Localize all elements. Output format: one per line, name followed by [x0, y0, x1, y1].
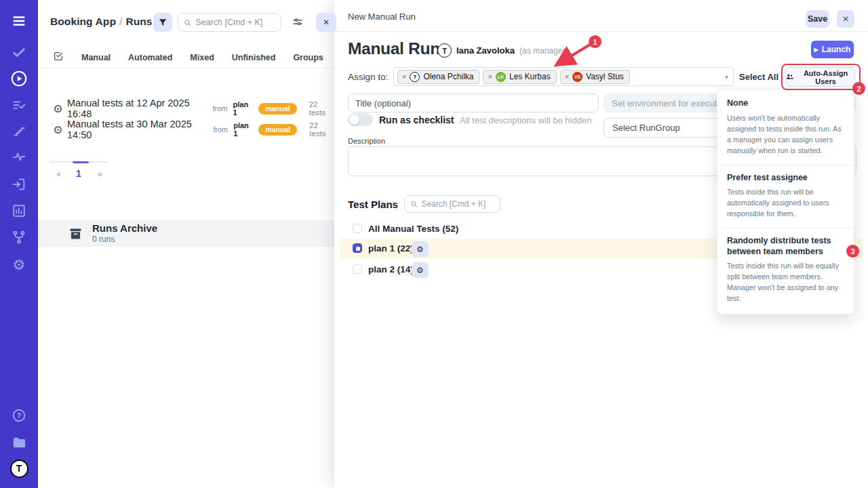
activity-icon[interactable] — [0, 146, 38, 167]
toggle-knob — [349, 115, 359, 125]
archive-box-icon — [68, 226, 83, 241]
owner-name: Iana Zavoloka — [456, 45, 515, 56]
assignees-multiselect[interactable]: × T Olena Pchilka × LK Les Kurbas × VS V… — [393, 67, 734, 86]
checkbox-all-manual-tests[interactable] — [353, 224, 362, 233]
svg-text:?: ? — [17, 411, 22, 420]
select-all-button[interactable]: Select All — [739, 72, 778, 82]
tab-manual[interactable]: Manual — [81, 53, 111, 62]
dropdown-option-randomly-distribute[interactable]: Randomly distribute tests between team m… — [717, 228, 854, 312]
run-status-icon — [54, 126, 62, 134]
select-runs-icon[interactable] — [53, 51, 64, 64]
remove-assignee-icon[interactable]: × — [565, 73, 569, 81]
auto-assign-users-button[interactable]: Auto-Assign Users — [785, 67, 855, 87]
run-status-icon — [54, 105, 62, 113]
branch-icon[interactable] — [0, 227, 38, 247]
close-button[interactable]: ✕ — [837, 10, 854, 28]
run-from-label: from — [213, 104, 228, 113]
sidebar: ⚙ ? T — [0, 0, 38, 488]
pagination-indicator — [73, 161, 89, 163]
remove-assignee-icon[interactable]: × — [402, 73, 406, 81]
chevron-down-icon[interactable]: ▾ — [725, 73, 728, 81]
tab-mixed[interactable]: Mixed — [190, 53, 214, 62]
assignee-chip: × VS Vasyl Stus — [560, 70, 630, 84]
run-owner: T Iana Zavoloka (as manager) — [437, 43, 568, 58]
app-logo[interactable]: T — [0, 458, 38, 479]
plan-2-settings-button[interactable]: ⚙ — [412, 262, 429, 278]
assignee-name: Vasyl Stus — [586, 72, 624, 81]
run-as-checklist-toggle[interactable] — [348, 113, 373, 126]
archive-count: 0 runs — [92, 235, 157, 244]
runs-archive[interactable]: Runs Archive 0 runs — [38, 220, 334, 247]
steps-icon[interactable] — [0, 120, 38, 140]
test-plans-search-input[interactable] — [421, 199, 494, 209]
runs-search-input[interactable] — [195, 18, 275, 27]
projects-folder-icon[interactable] — [0, 432, 38, 452]
breadcrumb-separator: / — [116, 16, 125, 27]
dropdown-option-none[interactable]: None Users won't be automatically assign… — [717, 91, 854, 165]
save-button[interactable]: Save — [806, 10, 829, 28]
filter-button[interactable] — [153, 13, 172, 32]
run-title-input[interactable] — [348, 94, 599, 113]
assignee-chip: × LK Les Kurbas — [483, 70, 556, 84]
import-icon[interactable] — [0, 174, 38, 195]
run-list-item[interactable]: Manual tests at 30 Mar 2025 14:50 from p… — [54, 119, 334, 140]
avatar: T — [410, 72, 420, 82]
tab-groups[interactable]: Groups — [293, 53, 323, 62]
plan-label-all[interactable]: All Manual Tests (52) — [368, 224, 458, 234]
option-description: Tests inside this run will be automatica… — [727, 187, 844, 220]
panel-close-button[interactable]: ✕ — [316, 13, 336, 32]
tab-automated[interactable]: Automated — [128, 53, 172, 62]
archive-title: Runs Archive — [92, 223, 157, 235]
remove-assignee-icon[interactable]: × — [488, 73, 492, 81]
pagination-next[interactable]: » — [98, 169, 102, 179]
page-title: New Manual Run — [348, 12, 416, 22]
checklist-label: Run as checklist — [379, 115, 454, 125]
checkbox-plan-1[interactable] — [353, 243, 362, 253]
option-title: Prefer test assignee — [727, 173, 844, 184]
checkbox-plan-2[interactable] — [353, 264, 362, 274]
settings-gear-icon[interactable]: ⚙ — [0, 254, 38, 274]
run-from-label: from — [213, 125, 228, 134]
plan-label-2[interactable]: plan 2 (14) — [368, 264, 414, 274]
runs-play-icon[interactable] — [0, 68, 38, 89]
run-title: Manual tests at 12 Apr 2025 16:48 — [67, 98, 206, 119]
avatar: VS — [572, 72, 583, 82]
description-label: Description — [348, 137, 385, 145]
run-list-item[interactable]: Manual tests at 12 Apr 2025 16:48 from p… — [54, 98, 334, 119]
breadcrumb-project[interactable]: Booking App — [50, 16, 116, 27]
funnel-icon — [158, 18, 167, 27]
search-icon — [184, 18, 191, 27]
users-icon — [786, 73, 793, 81]
pagination-prev[interactable]: « — [56, 169, 61, 179]
option-title: None — [727, 98, 844, 109]
help-icon[interactable]: ? — [0, 405, 38, 426]
run-type-badge: manual — [258, 124, 297, 136]
report-chart-icon[interactable] — [0, 201, 38, 221]
test-plans-title: Test Plans — [348, 199, 398, 210]
checklist-icon[interactable] — [0, 95, 38, 115]
breadcrumb: Booking App/Runs — [50, 16, 153, 28]
runs-list-panel: Booking App/Runs Manual Automated Mixed … — [38, 0, 334, 488]
checklist-hint: All test descriptions will be hidden — [460, 115, 591, 125]
app-root: ⚙ ? T Booking App/Runs Manu — [0, 0, 868, 488]
plan-label-1[interactable]: plan 1 (22) — [368, 243, 414, 253]
run-type-tabs: Manual Automated Mixed Unfinished Groups… — [38, 47, 334, 68]
annotation-badge-1: 1 — [589, 35, 601, 48]
owner-role: (as manager) — [519, 46, 568, 56]
gear-icon: ⚙ — [416, 266, 424, 275]
breadcrumb-section[interactable]: Runs — [125, 16, 152, 27]
option-title: Randomly distribute tests between team m… — [727, 236, 844, 257]
run-test-count: 22 tests — [309, 100, 334, 117]
menu-icon[interactable] — [0, 11, 38, 31]
view-settings-icon[interactable] — [292, 17, 303, 30]
tab-unfinished[interactable]: Unfinished — [232, 53, 276, 62]
launch-button[interactable]: ▶ Launch — [811, 41, 854, 58]
option-description: Tests inside this run will be equally sp… — [727, 261, 844, 304]
plan-1-settings-button[interactable]: ⚙ — [412, 241, 429, 257]
pagination-track — [50, 161, 108, 163]
auto-assign-dropdown: None Users won't be automatically assign… — [717, 89, 854, 314]
pagination-page-1[interactable]: 1 — [76, 168, 81, 179]
dropdown-option-prefer-assignee[interactable]: Prefer test assignee Tests inside this r… — [717, 165, 854, 228]
run-test-count: 22 tests — [309, 121, 334, 138]
tests-check-icon[interactable] — [0, 42, 38, 62]
